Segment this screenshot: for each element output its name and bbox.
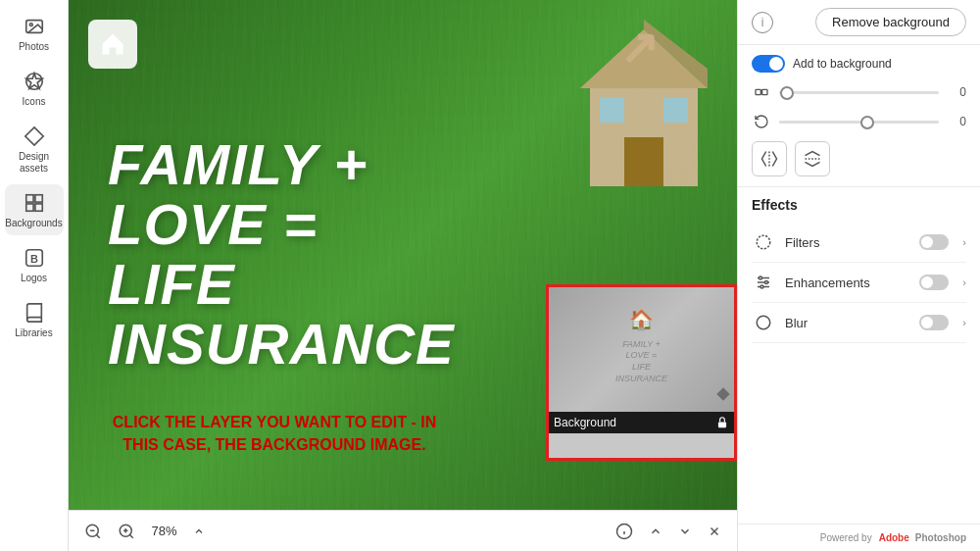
panel-info-button[interactable]: i: [752, 12, 773, 33]
svg-rect-13: [600, 98, 624, 123]
sidebar-item-logos[interactable]: B Logos: [5, 239, 64, 290]
sidebar-label-design-assets: Design assets: [9, 151, 60, 175]
canvas-container: ↗ FAMILY +LOVE =LIFEINSURANCE: [69, 0, 737, 510]
house-3d-svg: [570, 20, 717, 216]
svg-line-20: [129, 534, 132, 537]
canvas-image[interactable]: ↗ FAMILY +LOVE =LIFEINSURANCE: [69, 0, 737, 510]
adobe-logo: Adobe: [879, 532, 909, 543]
rotate-icon: [752, 112, 771, 131]
svg-line-17: [96, 534, 99, 537]
slider1-thumb[interactable]: [780, 86, 794, 100]
info-icon: [615, 523, 633, 540]
layer-close-button[interactable]: [704, 521, 725, 542]
svg-rect-29: [762, 89, 767, 94]
svg-point-1: [29, 24, 32, 26]
add-to-background-toggle[interactable]: [752, 55, 785, 73]
svg-rect-14: [663, 98, 688, 123]
enhancements-row[interactable]: Enhancements ›: [752, 263, 966, 303]
sidebar-label-icons: Icons: [23, 96, 46, 108]
slider1-row: 0: [752, 82, 966, 102]
svg-rect-3: [25, 195, 32, 202]
photoshop-text: Photoshop: [915, 532, 966, 543]
house-3d-model: [570, 20, 717, 216]
zoom-in-icon: [118, 523, 135, 540]
right-panel-footer: Powered by Adobe Photoshop: [738, 524, 980, 551]
chevron-down-icon: [678, 525, 692, 538]
right-panel: i Remove background Add to background 0: [737, 0, 980, 551]
blur-toggle[interactable]: [919, 315, 949, 330]
filters-row[interactable]: Filters ›: [752, 223, 966, 263]
filters-icon: [752, 230, 775, 254]
zoom-value: 78%: [147, 524, 181, 538]
svg-rect-5: [25, 204, 32, 211]
icons-icon: [24, 71, 45, 92]
effects-section: Effects Filters ›: [738, 187, 980, 524]
enhancements-label: Enhancements: [785, 276, 909, 290]
photo-icon: [24, 16, 45, 37]
zoom-out-button[interactable]: [80, 519, 106, 544]
svg-point-39: [760, 285, 763, 288]
effects-title: Effects: [752, 197, 966, 213]
layer-up-button[interactable]: [645, 521, 666, 542]
flip-v-icon: [803, 149, 822, 169]
slider2-value: 0: [947, 115, 966, 128]
house-canvas-icon: [99, 30, 126, 58]
sidebar-item-backgrounds[interactable]: Backgrounds: [5, 184, 64, 235]
filters-chevron: ›: [962, 236, 966, 248]
slider2-row: 0: [752, 112, 966, 131]
svg-rect-6: [34, 204, 41, 211]
slider2-track[interactable]: [779, 121, 939, 124]
blur-label: Blur: [785, 316, 909, 330]
filters-toggle[interactable]: [919, 234, 949, 250]
enhancements-icon: [752, 271, 775, 294]
svg-rect-28: [756, 89, 760, 94]
sidebar-item-design-assets[interactable]: Design assets: [5, 118, 64, 180]
icon-btn-row: [752, 141, 966, 176]
backgrounds-icon: [24, 192, 45, 214]
instruction-text: CLICK THE LAYER YOU WANT TO EDIT - IN TH…: [98, 412, 451, 456]
house-icon-canvas: [88, 20, 137, 69]
powered-by-text: Powered by: [820, 532, 872, 543]
logos-icon: B: [24, 247, 45, 269]
blur-chevron: ›: [962, 317, 966, 328]
enhancements-toggle[interactable]: [919, 275, 949, 290]
libraries-icon: [24, 302, 45, 324]
svg-text:B: B: [30, 253, 38, 265]
info-button[interactable]: [612, 519, 637, 544]
filters-label: Filters: [785, 235, 909, 250]
zoom-dropdown-button[interactable]: [189, 522, 209, 541]
flip-horizontal-button[interactable]: [752, 141, 787, 176]
sidebar-label-logos: Logos: [21, 273, 47, 284]
zoom-in-button[interactable]: [114, 519, 139, 544]
svg-point-38: [765, 281, 768, 284]
sidebar-label-libraries: Libraries: [15, 327, 52, 339]
blur-row[interactable]: Blur ›: [752, 303, 966, 343]
close-icon: [708, 525, 721, 538]
remove-background-button[interactable]: Remove background: [815, 8, 966, 36]
slider1-track[interactable]: [779, 91, 939, 94]
bottom-toolbar: 78%: [69, 510, 737, 551]
design-assets-icon: [24, 125, 45, 147]
svg-rect-11: [624, 137, 663, 186]
flip-vertical-button[interactable]: [795, 141, 830, 176]
right-panel-top: i Remove background: [738, 0, 980, 45]
sidebar-label-photos: Photos: [19, 41, 49, 53]
sidebar-item-libraries[interactable]: Libraries: [5, 294, 64, 345]
svg-point-40: [757, 316, 770, 329]
flip-icon: [752, 82, 771, 102]
sidebar-item-photos[interactable]: Photos: [5, 8, 64, 59]
sidebar-item-icons[interactable]: Icons: [5, 63, 64, 114]
add-to-background-label: Add to background: [793, 57, 892, 71]
slider2-thumb[interactable]: [860, 116, 874, 129]
zoom-out-icon: [84, 523, 102, 540]
layer-down-button[interactable]: [674, 521, 696, 542]
flip-h-icon: [760, 149, 779, 169]
blur-icon: [752, 311, 775, 334]
svg-point-37: [760, 276, 762, 279]
sidebar: Photos Icons Design assets Backgrounds B…: [0, 0, 69, 551]
canvas-main-text: FAMILY +LOVE =LIFEINSURANCE: [108, 135, 455, 375]
svg-rect-4: [34, 195, 41, 202]
slider1-value: 0: [947, 85, 966, 99]
chevron-up-icon: [193, 526, 205, 537]
canvas-area: ↗ FAMILY +LOVE =LIFEINSURANCE: [69, 0, 737, 551]
